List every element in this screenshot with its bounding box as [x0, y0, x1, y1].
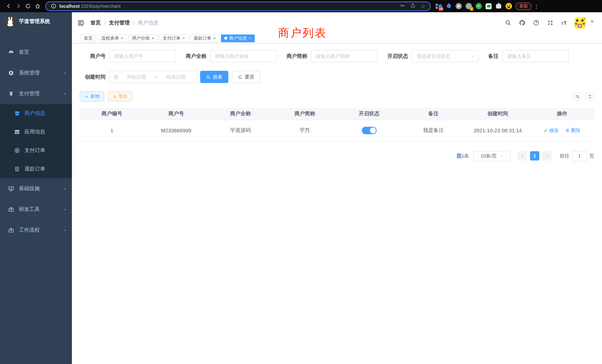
add-button[interactable]: 新增 — [80, 91, 104, 102]
sidebar-item-merchant-info[interactable]: 商户信息 — [0, 104, 72, 123]
extension-recorder-icon[interactable]: 1 — [465, 3, 472, 10]
sidebar-item-app-info[interactable]: 应用信息 — [0, 123, 72, 141]
browser-extensions: 10 ⌘ 1 Y — [435, 3, 512, 10]
prev-page-button[interactable] — [518, 151, 527, 161]
sidebar-menu: 首页 系统管理 ¥ 支付管理 商户信息 — [0, 31, 72, 241]
font-size-icon[interactable]: TT — [561, 20, 567, 26]
logo-rabbit-image — [5, 16, 15, 27]
share-icon[interactable] — [410, 3, 415, 10]
user-avatar[interactable] — [575, 17, 586, 28]
extension-grid-icon[interactable]: 10 — [435, 3, 442, 10]
extension-command-icon[interactable]: ⌘ — [455, 3, 462, 10]
sidebar-item-infrastructure[interactable]: 基础设施 — [0, 178, 72, 199]
yen-circle-icon — [14, 148, 20, 153]
table-header-row: 商户编号 商户号 商户全称 商户简称 开启状态 备注 创建时间 操作 — [80, 108, 594, 120]
page-number-current[interactable]: 1 — [530, 151, 539, 161]
browser-back-icon[interactable] — [4, 1, 13, 11]
search-icon[interactable] — [505, 20, 511, 26]
extension-y-icon[interactable]: Y — [475, 3, 482, 10]
annotation-title: 商户列表 — [278, 26, 327, 41]
page-size-select[interactable]: 10条/页 — [473, 151, 510, 161]
breadcrumb-separator: / — [133, 20, 135, 26]
sidebar-item-payment[interactable]: ¥ 支付管理 — [0, 83, 72, 104]
browser-forward-icon[interactable] — [13, 1, 23, 11]
cell-short-name: 芋艿 — [273, 120, 337, 141]
tab-merchant-info[interactable]: 商户信息× — [221, 34, 255, 42]
cell-merchant-id: 1 — [80, 120, 144, 141]
reset-button[interactable]: 重置 — [232, 71, 260, 83]
address-bar[interactable]: localhost:1024/pay/merchant ☆ — [45, 1, 431, 11]
cell-create-time: 2021-10-23 08:31:14 — [466, 120, 530, 141]
gear-icon — [8, 70, 14, 76]
close-icon[interactable]: × — [249, 36, 251, 40]
extension-chat-icon[interactable] — [485, 3, 492, 10]
plus-icon — [85, 94, 89, 98]
merchant-no-input[interactable] — [109, 50, 176, 62]
search-icon — [206, 75, 211, 79]
total-count: 共1条 — [457, 152, 469, 159]
tab-refund-order[interactable]: 退款订单× — [190, 34, 219, 42]
filter-row-1: 商户号 商户全称 商户简称 开启状态 请选择开启状态 — [80, 50, 594, 62]
status-select[interactable]: 请选择开启状态 — [412, 50, 479, 62]
chevron-left-icon — [521, 154, 524, 158]
page-content: 商户号 商户全称 商户简称 开启状态 请选择开启状态 — [72, 43, 602, 364]
column-header: 商户简称 — [273, 108, 337, 120]
full-name-input[interactable] — [210, 50, 277, 62]
remark-input[interactable] — [502, 50, 569, 62]
fullscreen-icon[interactable] — [547, 20, 553, 26]
refresh-table-button[interactable] — [586, 92, 594, 101]
create-time-range-picker[interactable]: 开始日期 - 结束日期 — [109, 71, 198, 83]
collapse-sidebar-icon[interactable] — [77, 19, 85, 26]
cell-status — [337, 120, 401, 141]
browser-menu-icon[interactable]: ⋮ — [534, 3, 539, 9]
avatar-caret-icon[interactable] — [589, 18, 595, 25]
remark-label: 备注 — [488, 53, 499, 60]
browser-update-button[interactable]: 更新 — [516, 2, 532, 10]
extension-kite-icon[interactable] — [445, 3, 452, 10]
sidebar-item-workflow[interactable]: 工作流程 — [0, 220, 72, 241]
close-icon[interactable]: × — [152, 36, 154, 40]
active-dot-icon — [224, 37, 227, 40]
dashboard-icon — [8, 49, 14, 55]
table-row: 1 M233666999 芋道源码 芋艿 我是备注 2021-10-23 08:… — [80, 120, 594, 141]
sidebar-item-system[interactable]: 系统管理 — [0, 63, 72, 83]
sidebar-item-home[interactable]: 首页 — [0, 42, 72, 63]
help-icon[interactable] — [533, 20, 539, 26]
goto-page-input[interactable] — [572, 151, 587, 161]
short-name-input[interactable] — [311, 50, 378, 62]
tab-home[interactable]: 首页 — [80, 34, 96, 42]
tab-process-form[interactable]: 流程表单× — [98, 34, 127, 42]
grid-icon — [14, 129, 20, 135]
extension-puzzle-icon[interactable] — [495, 3, 502, 10]
site-info-icon[interactable] — [50, 1, 56, 11]
edit-link[interactable]: 修改 — [544, 127, 559, 134]
toggle-search-button[interactable] — [573, 92, 582, 101]
breadcrumb-home[interactable]: 首页 — [90, 20, 101, 26]
search-button[interactable]: 搜索 — [200, 71, 228, 83]
date-separator: - — [154, 74, 159, 80]
chevron-right-icon — [545, 154, 549, 158]
sidebar-item-refund-order[interactable]: 退款订单 — [0, 160, 72, 178]
bookmark-star-icon[interactable]: ☆ — [420, 3, 426, 9]
browser-home-icon[interactable] — [33, 1, 42, 11]
refresh-icon — [238, 75, 242, 79]
sidebar-item-pay-order[interactable]: 支付订单 — [0, 141, 72, 160]
close-icon[interactable]: × — [213, 36, 216, 40]
export-button[interactable]: 导出 — [108, 91, 132, 102]
password-key-icon[interactable] — [400, 3, 405, 10]
browser-reload-icon[interactable] — [23, 1, 33, 11]
sidebar-item-dev-tools[interactable]: 研发工具 — [0, 199, 72, 220]
next-page-button[interactable] — [542, 151, 552, 161]
status-toggle[interactable] — [362, 127, 377, 134]
tab-user-group[interactable]: 用户分组× — [129, 34, 158, 42]
github-icon[interactable] — [519, 20, 525, 26]
column-header: 商户全称 — [208, 108, 273, 120]
extension-emoji-icon[interactable] — [505, 3, 512, 10]
delete-link[interactable]: 删除 — [565, 127, 580, 134]
app-logo[interactable]: 芋道管理系统 — [0, 12, 72, 31]
close-icon[interactable]: × — [182, 36, 185, 40]
breadcrumb-payment[interactable]: 支付管理 — [109, 20, 130, 26]
tab-pay-order[interactable]: 支付订单× — [159, 34, 188, 42]
trash-icon — [565, 128, 570, 132]
close-icon[interactable]: × — [121, 36, 123, 40]
